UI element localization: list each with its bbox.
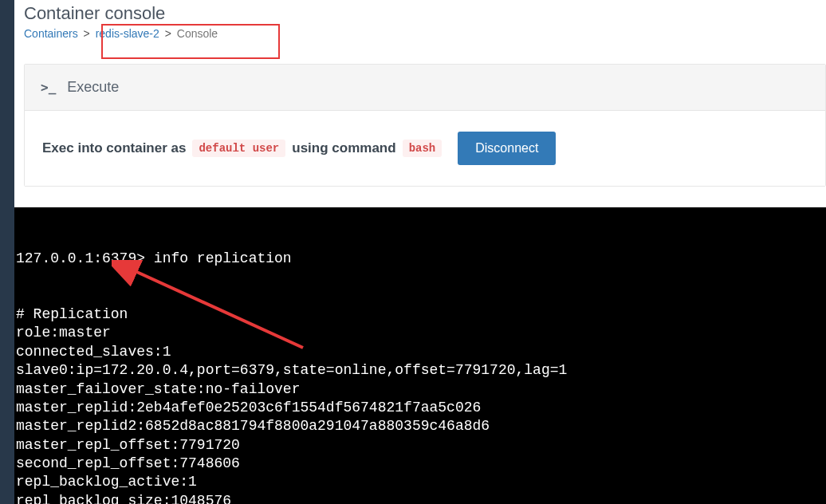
terminal-line: role:master (16, 324, 824, 342)
terminal-line: slave0:ip=172.20.0.4,port=6379,state=onl… (16, 361, 824, 380)
terminal-line: second_repl_offset:7748606 (16, 455, 824, 473)
execute-panel: >_ Execute Exec into container as defaul… (24, 64, 826, 187)
terminal-line: master_failover_state:no-failover (16, 380, 824, 399)
terminal-icon: >_ (41, 80, 56, 95)
exec-middle: using command (292, 140, 395, 156)
terminal-line: connected_slaves:1 (16, 343, 824, 361)
breadcrumb-container-name[interactable]: redis-slave-2 (96, 27, 159, 40)
exec-command: bash (403, 140, 442, 157)
breadcrumb-sep: > (165, 27, 171, 40)
terminal-output[interactable]: 127.0.0.1:6379> info replication # Repli… (14, 207, 826, 504)
panel-body: Exec into container as default user usin… (25, 111, 825, 186)
terminal-line: master_repl_offset:7791720 (16, 436, 824, 455)
breadcrumb-current: Console (177, 27, 218, 40)
terminal-line: master_replid:2eb4afef0e25203c6f1554df56… (16, 399, 824, 417)
terminal-line: repl_backlog_size:1048576 (16, 492, 824, 504)
terminal-line: # Replication (16, 305, 824, 324)
panel-header-title: Execute (67, 79, 119, 96)
breadcrumb-containers[interactable]: Containers (24, 27, 78, 40)
breadcrumb-sep: > (84, 27, 90, 40)
exec-prefix: Exec into container as (42, 140, 186, 156)
sidebar-bar (0, 0, 14, 504)
terminal-line: repl_backlog_active:1 (16, 473, 824, 491)
terminal-prompt: 127.0.0.1:6379> info replication (16, 250, 824, 268)
panel-header: >_ Execute (25, 65, 825, 111)
terminal-line: master_replid2:6852d8ac881794f8800a29104… (16, 417, 824, 435)
breadcrumb: Containers > redis-slave-2 > Console (24, 27, 826, 40)
exec-user: default user (192, 140, 285, 157)
page-title: Container console (24, 3, 826, 24)
disconnect-button[interactable]: Disconnect (458, 132, 556, 165)
